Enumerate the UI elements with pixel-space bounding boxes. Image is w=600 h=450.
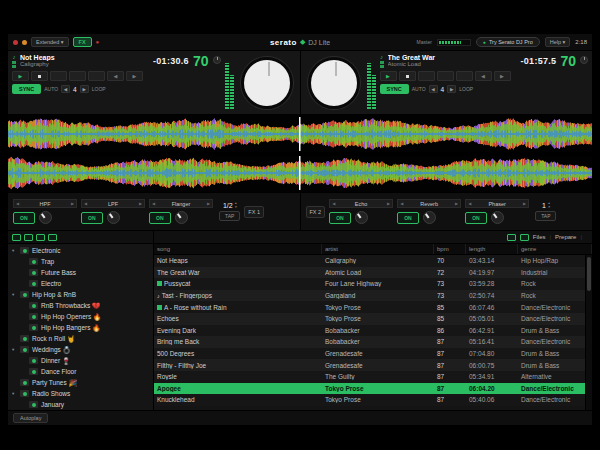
view-mode-dropdown[interactable]: Extended ▾ bbox=[31, 37, 69, 47]
search-icon[interactable] bbox=[507, 234, 516, 241]
fx-on-button[interactable]: ON bbox=[13, 212, 35, 224]
crate-arrow-icon[interactable]: ▾ bbox=[12, 248, 17, 253]
beats-stepper-icon[interactable]: ▴▾ bbox=[548, 202, 550, 210]
column-header-genre[interactable]: genre bbox=[518, 244, 592, 254]
crate-item[interactable]: Hip Hop Openers 🔥 bbox=[8, 311, 153, 322]
deck-2-loop-half-button[interactable]: ◀ bbox=[429, 85, 438, 93]
help-dropdown[interactable]: Help ▾ bbox=[545, 37, 571, 47]
deck-1-play-button[interactable]: ▶ bbox=[12, 71, 29, 81]
beats-stepper-icon[interactable]: ▴▾ bbox=[235, 202, 237, 210]
fx-panel-toggle[interactable]: FX bbox=[73, 37, 92, 47]
autoplay-button[interactable]: Autoplay bbox=[13, 413, 48, 423]
scrollbar-thumb[interactable] bbox=[587, 257, 591, 291]
table-row[interactable]: PussycatFour Lane Highway7303:59.28Rock bbox=[154, 278, 592, 290]
table-row[interactable]: The Great WarAtomic Load7204:19.97Indust… bbox=[154, 267, 592, 279]
crate-item[interactable]: ▾Weddings 💍 bbox=[8, 344, 153, 355]
deck-1-hot-cue-pad[interactable] bbox=[88, 71, 105, 81]
deck-2-filter-knob[interactable] bbox=[580, 56, 588, 64]
fx2-tap-button[interactable]: TAP bbox=[535, 211, 556, 221]
crate-item[interactable]: Hip Hop Bangers 🔥 bbox=[8, 322, 153, 333]
column-header-bpm[interactable]: bpm bbox=[434, 244, 466, 254]
crate-item[interactable]: Dinner 🍷 bbox=[8, 355, 153, 366]
tab-files[interactable]: Files bbox=[533, 234, 546, 240]
deck-2-cue-button[interactable] bbox=[399, 71, 416, 81]
try-pro-button[interactable]: ● Try Serato DJ Pro bbox=[476, 37, 540, 47]
add-crate-icon[interactable] bbox=[12, 234, 21, 241]
table-row[interactable]: KnuckleheadTokyo Prose8705:40.06Dance/El… bbox=[154, 394, 592, 406]
fx-on-button[interactable]: ON bbox=[465, 212, 487, 224]
record-icon[interactable]: ● bbox=[96, 39, 100, 45]
column-header-length[interactable]: length bbox=[466, 244, 518, 254]
crate-item[interactable]: Dance Floor bbox=[8, 366, 153, 377]
crate-arrow-icon[interactable]: ▾ bbox=[12, 347, 17, 352]
files-panel-icon[interactable] bbox=[24, 234, 33, 241]
fx-on-button[interactable]: ON bbox=[397, 212, 419, 224]
deck-2-hot-cue-pad[interactable] bbox=[456, 71, 473, 81]
deck-2-loop-double-button[interactable]: ▶ bbox=[447, 85, 456, 93]
prepare-panel-icon[interactable] bbox=[36, 234, 45, 241]
deck-1-next-icon[interactable]: ▶ bbox=[126, 71, 143, 81]
crate-arrow-icon[interactable]: ▾ bbox=[12, 391, 17, 396]
deck-2-play-button[interactable]: ▶ bbox=[380, 71, 397, 81]
deck-1-cue-button[interactable] bbox=[31, 71, 48, 81]
table-row[interactable]: ♪Tast - FingerpopsGargaland7302:50.74Roc… bbox=[154, 290, 592, 302]
crate-item[interactable]: Trap bbox=[8, 256, 153, 267]
table-row[interactable]: ApogeeTokyo Prose8706:04.20Dance/Electro… bbox=[154, 383, 592, 395]
fx-on-button[interactable]: ON bbox=[149, 212, 171, 224]
fx-knob[interactable] bbox=[175, 211, 188, 224]
deck-2-next-icon[interactable]: ▶ bbox=[494, 71, 511, 81]
fx-knob[interactable] bbox=[491, 211, 504, 224]
table-row[interactable]: 500 DegreesGrenadesafe8707:04.80Drum & B… bbox=[154, 348, 592, 360]
deck-1-loop-double-button[interactable]: ▶ bbox=[80, 85, 89, 93]
fx-on-button[interactable]: ON bbox=[81, 212, 103, 224]
crate-item[interactable]: ▾Electronic bbox=[8, 245, 153, 256]
crate-item[interactable]: Future Bass bbox=[8, 267, 153, 278]
crate-item[interactable]: ▾Hip Hop & RnB bbox=[8, 289, 153, 300]
fx-knob[interactable] bbox=[355, 211, 368, 224]
table-row[interactable]: EchoesTokyo Prose8505:05.01Dance/Electro… bbox=[154, 313, 592, 325]
crate-item[interactable]: Electro bbox=[8, 278, 153, 289]
table-row[interactable]: Not HeapsCaligraphy7003:43.14Hip Hop/Rap bbox=[154, 255, 592, 267]
analyze-icon[interactable] bbox=[520, 234, 529, 241]
deck-2-prev-icon[interactable]: ◀ bbox=[475, 71, 492, 81]
deck-2-sync-button[interactable]: SYNC bbox=[380, 84, 409, 94]
table-scrollbar[interactable] bbox=[585, 255, 592, 410]
waveform-display[interactable] bbox=[8, 115, 592, 193]
crate-item[interactable]: Party Tunes 🎉 bbox=[8, 377, 153, 388]
deck-2-hot-cue-pad[interactable] bbox=[418, 71, 435, 81]
fx-effect-selector[interactable]: ◀Echo▶ bbox=[329, 199, 393, 208]
deck-1-sync-button[interactable]: SYNC bbox=[12, 84, 41, 94]
deck-2-hot-cue-pad[interactable] bbox=[437, 71, 454, 81]
crate-item[interactable]: ▾Radio Shows bbox=[8, 388, 153, 399]
fx-effect-selector[interactable]: ◀Flanger▶ bbox=[149, 199, 213, 208]
crate-arrow-icon[interactable]: ▾ bbox=[12, 292, 17, 297]
fx-effect-selector[interactable]: ◀Phaser▶ bbox=[465, 199, 529, 208]
deck-1-hot-cue-pad[interactable] bbox=[50, 71, 67, 81]
crate-item[interactable]: Rock n Roll 🤘 bbox=[8, 333, 153, 344]
table-row[interactable]: Evening DarkBobabacker8606:42.91Drum & B… bbox=[154, 325, 592, 337]
crate-item[interactable]: RnB Throwbacks 💔 bbox=[8, 300, 153, 311]
fx-effect-selector[interactable]: ◀HPF▶ bbox=[13, 199, 77, 208]
column-header-song[interactable]: song bbox=[154, 244, 322, 254]
crate-item[interactable]: January bbox=[8, 399, 153, 410]
fx-knob[interactable] bbox=[39, 211, 52, 224]
column-header-artist[interactable]: artist bbox=[322, 244, 434, 254]
deck-1-loop-half-button[interactable]: ◀ bbox=[61, 85, 70, 93]
fx-effect-selector[interactable]: ◀LPF▶ bbox=[81, 199, 145, 208]
table-row[interactable]: RoysleThe Guilty8705:34.91Alternative bbox=[154, 371, 592, 383]
fx-effect-selector[interactable]: ◀Reverb▶ bbox=[397, 199, 461, 208]
view-options-icon[interactable] bbox=[48, 234, 57, 241]
tab-prepare[interactable]: Prepare bbox=[555, 234, 576, 240]
fx-knob[interactable] bbox=[107, 211, 120, 224]
fx-on-button[interactable]: ON bbox=[329, 212, 351, 224]
deck-1-hot-cue-pad[interactable] bbox=[69, 71, 86, 81]
table-row[interactable]: Bring me BackBobabacker8705:16.41Dance/E… bbox=[154, 336, 592, 348]
deck-2-jog-wheel[interactable] bbox=[308, 57, 360, 109]
table-row[interactable]: A - Rose without RainTokyo Prose8506:07.… bbox=[154, 301, 592, 313]
deck-1-prev-icon[interactable]: ◀ bbox=[107, 71, 124, 81]
deck-1-jog-wheel[interactable] bbox=[241, 57, 293, 109]
deck-1-filter-knob[interactable] bbox=[213, 56, 221, 64]
fx1-tap-button[interactable]: TAP bbox=[219, 211, 240, 221]
table-row[interactable]: Filthy - Filthy JoeGrenadesafe8706:00.75… bbox=[154, 359, 592, 371]
fx-knob[interactable] bbox=[423, 211, 436, 224]
